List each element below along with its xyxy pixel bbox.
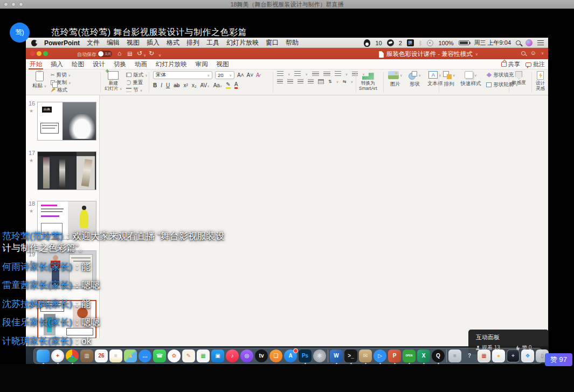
- home-icon[interactable]: ⌂: [117, 50, 121, 57]
- powerpoint[interactable]: P: [388, 349, 401, 362]
- ppt-zoom-button[interactable]: [43, 51, 48, 56]
- quick-styles-button[interactable]: ∨ 快速样式: [460, 71, 481, 88]
- text-direction-icon[interactable]: ⇅: [328, 79, 332, 84]
- ribbon-tab[interactable]: 插入: [51, 59, 63, 69]
- italic-button[interactable]: I: [161, 82, 162, 88]
- ribbon-tab[interactable]: 开始: [30, 59, 42, 69]
- ribbon-tab[interactable]: 视图: [217, 59, 229, 69]
- menubar-item[interactable]: 排列: [186, 38, 199, 47]
- columns-icon[interactable]: [352, 72, 358, 76]
- comments-button[interactable]: 批注: [525, 60, 545, 68]
- system-preferences[interactable]: ✻: [313, 349, 326, 362]
- notes[interactable]: ≡: [109, 349, 122, 362]
- new-slide-button[interactable]: 新建幻灯片 ∨: [105, 71, 122, 94]
- dock-divider[interactable]: [328, 349, 328, 362]
- menubar-item[interactable]: 窗口: [266, 38, 279, 47]
- music[interactable]: ♪: [226, 349, 239, 362]
- apple-menu-icon[interactable]: [31, 40, 37, 46]
- share-button[interactable]: 共享: [501, 60, 520, 68]
- menubar-item[interactable]: 文件: [87, 38, 100, 47]
- menubar-item[interactable]: 插入: [147, 38, 160, 47]
- align-right-icon[interactable]: [298, 79, 303, 84]
- contacts[interactable]: ▥: [80, 349, 93, 362]
- nutstore-box[interactable]: ✉: [359, 349, 372, 362]
- highlight-color-button[interactable]: ✎: [226, 81, 230, 89]
- qq-status-icon[interactable]: [364, 39, 370, 47]
- apple-tv[interactable]: tv: [255, 349, 268, 362]
- window-finder[interactable]: ❖: [521, 349, 534, 362]
- undo-icon[interactable]: ↺: [137, 50, 142, 57]
- section-button[interactable]: 节∨: [126, 86, 147, 94]
- increase-font-icon[interactable]: A˄: [237, 72, 244, 78]
- ribbon-tab[interactable]: 切换: [114, 59, 126, 69]
- design-ideas-button[interactable]: 设计灵感: [536, 71, 545, 92]
- siri-icon[interactable]: [525, 39, 532, 46]
- align-left-icon[interactable]: [277, 79, 283, 84]
- align-center-icon[interactable]: [287, 79, 293, 84]
- podcasts[interactable]: ◎: [240, 349, 253, 362]
- dingtalk[interactable]: ▷: [374, 349, 386, 362]
- decrease-indent-icon[interactable]: [312, 72, 319, 76]
- books[interactable]: ❏: [269, 349, 282, 362]
- streamer-avatar[interactable]: 莺): [10, 23, 30, 43]
- layout-button[interactable]: 版式∨: [126, 71, 147, 79]
- dock-divider[interactable]: [446, 349, 447, 362]
- menubar-item[interactable]: 格式: [167, 38, 179, 47]
- subscript-button[interactable]: x₂: [192, 82, 197, 88]
- insert-shapes-button[interactable]: ∨ 形状: [409, 71, 420, 88]
- superscript-button[interactable]: x²: [183, 82, 188, 88]
- chrome[interactable]: ●: [66, 349, 79, 362]
- menubar-item[interactable]: 工具: [206, 38, 219, 47]
- menubar-item[interactable]: 编辑: [107, 38, 120, 47]
- toolbar-more-caret-icon[interactable]: ∨: [158, 52, 161, 59]
- copy-button[interactable]: 复制∨: [51, 79, 71, 86]
- window-powerpoint[interactable]: ▦: [478, 349, 490, 362]
- messenger-status-icon[interactable]: [387, 39, 394, 46]
- smartart-button[interactable]: 转换为SmartArt: [359, 71, 377, 92]
- arrange-button[interactable]: ∨ 排列: [443, 71, 455, 88]
- bullet-list-icon[interactable]: [277, 71, 283, 76]
- open-sign-app[interactable]: OPEN: [403, 349, 416, 362]
- strikethrough-button[interactable]: ab: [174, 82, 179, 88]
- finder[interactable]: [37, 349, 50, 362]
- justify-icon[interactable]: [308, 79, 314, 84]
- pages[interactable]: ✎: [182, 349, 195, 362]
- save-icon[interactable]: ▤: [127, 50, 132, 58]
- ppt-search-icon[interactable]: [521, 51, 525, 55]
- document-title-caret-icon[interactable]: ∨: [475, 52, 478, 57]
- numbers[interactable]: ▦: [197, 349, 210, 362]
- menubar-item[interactable]: 视图: [127, 38, 140, 47]
- window-galaxy[interactable]: ✦: [507, 349, 520, 362]
- autosave-toggle[interactable]: 关闭: [98, 51, 112, 57]
- ribbon-tab[interactable]: 审阅: [196, 59, 208, 69]
- bold-button[interactable]: B: [153, 82, 157, 88]
- ribbon-tab[interactable]: 绘图: [72, 59, 84, 69]
- distribute-icon[interactable]: [318, 79, 324, 84]
- align-text-icon[interactable]: ⇆: [343, 79, 347, 84]
- increase-indent-icon[interactable]: [323, 72, 330, 76]
- facetime[interactable]: ☎: [153, 349, 166, 362]
- ribbon-tab[interactable]: 动画: [135, 59, 147, 69]
- sensitivity-button[interactable]: 敏感度: [512, 71, 526, 86]
- maps[interactable]: ▲: [124, 349, 137, 362]
- font-name-select[interactable]: 宋体∨: [153, 71, 212, 79]
- undo-caret-icon[interactable]: ∨: [143, 52, 146, 59]
- menubar-app-name[interactable]: PowerPoint: [44, 39, 80, 47]
- paste-button[interactable]: 粘贴 ∨: [32, 71, 46, 94]
- calendar[interactable]: 26: [95, 349, 108, 362]
- redo-icon[interactable]: ↻: [149, 50, 154, 57]
- input-method-icon[interactable]: 拼: [407, 39, 414, 46]
- document-title[interactable]: 服装色彩设计课件 - 兼容性模式: [386, 50, 473, 58]
- safari[interactable]: ✦: [51, 349, 64, 362]
- underline-button[interactable]: U: [166, 82, 170, 88]
- qq[interactable]: Q: [432, 349, 445, 362]
- word[interactable]: W: [330, 349, 343, 362]
- ribbon-tab[interactable]: 设计: [93, 59, 105, 69]
- numbered-list-icon[interactable]: [294, 71, 301, 76]
- unknown-app[interactable]: ?: [463, 349, 476, 362]
- font-size-select[interactable]: 20∨: [215, 71, 234, 79]
- character-spacing-button[interactable]: AV∨: [200, 82, 210, 88]
- excel[interactable]: X: [417, 349, 430, 362]
- bluetooth-icon[interactable]: ᛒ: [419, 40, 423, 46]
- ppt-minimize-button[interactable]: [37, 51, 42, 56]
